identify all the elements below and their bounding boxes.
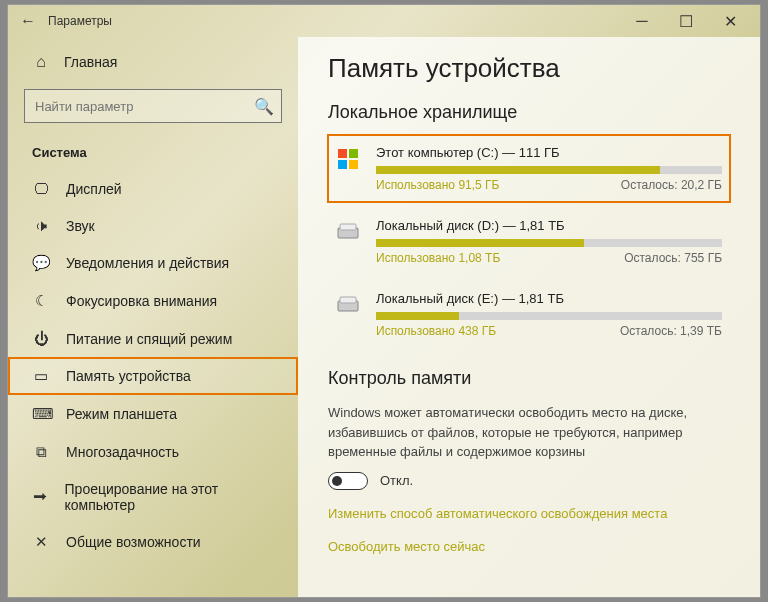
remaining-label: Осталось: 1,39 ТБ [620,324,722,338]
sidebar-item-notify[interactable]: 💬Уведомления и действия [8,244,298,282]
drive-body: Локальный диск (D:) — 1,81 ТБИспользован… [376,218,722,265]
usage-bar [376,312,722,320]
section-title: Система [8,139,298,170]
storage-sense-title: Контроль памяти [328,368,730,389]
page-title: Память устройства [328,53,730,84]
window-title: Параметры [40,14,620,28]
search-input[interactable] [25,99,247,114]
usage-bar [376,239,722,247]
sidebar-item-multitask[interactable]: ⧉Многозадачность [8,433,298,471]
sound-icon: 🕩 [32,217,50,234]
drive-row[interactable]: Этот компьютер (C:) — 111 ГБИспользовано… [328,135,730,202]
usage-bar-fill [376,166,660,174]
drive-stats: Использовано 91,5 ГБОсталось: 20,2 ГБ [376,178,722,192]
toggle-label: Откл. [380,473,413,488]
drive-name: Локальный диск (E:) — 1,81 ТБ [376,291,722,306]
back-button[interactable]: ← [16,12,40,30]
sidebar-item-label: Звук [66,218,95,234]
display-icon: 🖵 [32,180,50,197]
drive-icon [336,218,362,265]
sidebar-item-label: Фокусировка внимания [66,293,217,309]
drive-icon [336,291,362,338]
sidebar-item-label: Питание и спящий режим [66,331,232,347]
usage-bar-fill [376,312,459,320]
svg-rect-7 [340,297,356,303]
drive-name: Этот компьютер (C:) — 111 ГБ [376,145,722,160]
usage-bar-fill [376,239,584,247]
tablet-icon: ⌨ [32,405,50,423]
storage-sense-toggle[interactable] [328,472,368,490]
drive-body: Локальный диск (E:) — 1,81 ТБИспользован… [376,291,722,338]
sidebar-item-label: Общие возможности [66,534,201,550]
sidebar-item-tablet[interactable]: ⌨Режим планшета [8,395,298,433]
home-icon: ⌂ [32,53,50,71]
drives-list: Этот компьютер (C:) — 111 ГБИспользовано… [328,135,730,348]
main-panel: Память устройства Локальное хранилище Эт… [298,37,760,597]
drive-row[interactable]: Локальный диск (D:) — 1,81 ТБИспользован… [328,208,730,275]
toggle-knob [332,476,342,486]
drive-row[interactable]: Локальный диск (E:) — 1,81 ТБИспользован… [328,281,730,348]
local-storage-heading: Локальное хранилище [328,102,730,123]
toggle-row: Откл. [328,472,730,490]
svg-rect-1 [349,149,358,158]
remaining-label: Осталось: 20,2 ГБ [621,178,722,192]
power-icon: ⏻ [32,330,50,347]
sidebar-item-label: Уведомления и действия [66,255,229,271]
window-controls: ─ ☐ ✕ [620,7,752,35]
content: ⌂ Главная 🔍 Система 🖵Дисплей🕩Звук💬Уведом… [8,37,760,597]
settings-window: ← Параметры ─ ☐ ✕ ⌂ Главная 🔍 Система 🖵Д… [7,4,761,598]
used-label: Использовано 91,5 ГБ [376,178,499,192]
used-label: Использовано 438 ГБ [376,324,496,338]
home-nav[interactable]: ⌂ Главная [8,45,298,79]
sidebar: ⌂ Главная 🔍 Система 🖵Дисплей🕩Звук💬Уведом… [8,37,298,597]
notify-icon: 💬 [32,254,50,272]
free-now-link[interactable]: Освободить место сейчас [328,539,730,554]
drive-stats: Использовано 1,08 ТБОсталось: 755 ГБ [376,251,722,265]
storage-sense-desc: Windows может автоматически освободить м… [328,403,728,462]
sidebar-item-storage[interactable]: ▭Память устройства [8,357,298,395]
maximize-button[interactable]: ☐ [664,7,708,35]
close-button[interactable]: ✕ [708,7,752,35]
sidebar-item-focus[interactable]: ☾Фокусировка внимания [8,282,298,320]
multitask-icon: ⧉ [32,443,50,461]
sidebar-item-label: Память устройства [66,368,191,384]
search-box[interactable]: 🔍 [24,89,282,123]
shared-icon: ✕ [32,533,50,551]
minimize-button[interactable]: ─ [620,7,664,35]
os-drive-icon [336,145,362,192]
sidebar-item-sound[interactable]: 🕩Звук [8,207,298,244]
sidebar-item-label: Проецирование на этот компьютер [65,481,274,513]
sidebar-item-label: Режим планшета [66,406,177,422]
change-free-space-link[interactable]: Изменить способ автоматического освобожд… [328,506,730,521]
svg-rect-5 [340,224,356,230]
sidebar-item-label: Многозадачность [66,444,179,460]
nav-list: 🖵Дисплей🕩Звук💬Уведомления и действия☾Фок… [8,170,298,597]
usage-bar [376,166,722,174]
sidebar-item-display[interactable]: 🖵Дисплей [8,170,298,207]
sidebar-item-label: Дисплей [66,181,122,197]
sidebar-item-project[interactable]: ⮕Проецирование на этот компьютер [8,471,298,523]
drive-stats: Использовано 438 ГБОсталось: 1,39 ТБ [376,324,722,338]
home-label: Главная [64,54,117,70]
storage-icon: ▭ [32,367,50,385]
project-icon: ⮕ [32,489,49,506]
titlebar: ← Параметры ─ ☐ ✕ [8,5,760,37]
remaining-label: Осталось: 755 ГБ [624,251,722,265]
svg-rect-0 [338,149,347,158]
sidebar-item-power[interactable]: ⏻Питание и спящий режим [8,320,298,357]
drive-body: Этот компьютер (C:) — 111 ГБИспользовано… [376,145,722,192]
sidebar-item-shared[interactable]: ✕Общие возможности [8,523,298,561]
search-icon: 🔍 [247,97,281,116]
svg-rect-2 [338,160,347,169]
focus-icon: ☾ [32,292,50,310]
used-label: Использовано 1,08 ТБ [376,251,500,265]
drive-name: Локальный диск (D:) — 1,81 ТБ [376,218,722,233]
svg-rect-3 [349,160,358,169]
